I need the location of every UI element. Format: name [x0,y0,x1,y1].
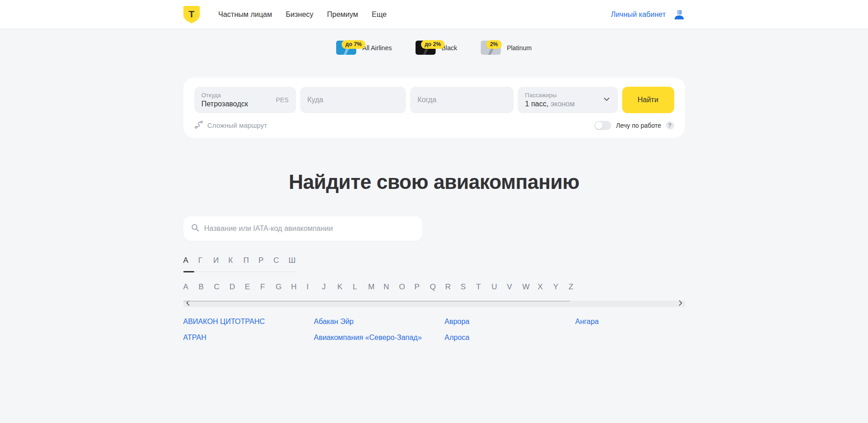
airline-link[interactable]: Авиакомпания «Северо-Запад» [314,333,445,342]
letter-tab-P[interactable]: P [414,282,430,292]
horizontal-scrollbar[interactable] [183,301,685,307]
airline-link[interactable]: Алроса [445,333,576,342]
letter-tab-J[interactable]: J [322,282,338,292]
letter-tab-И[interactable]: И [213,256,229,265]
letter-tab-F[interactable]: F [260,282,275,292]
date-field[interactable]: Когда [410,87,514,113]
complex-route-link[interactable]: Сложный маршрут [194,120,267,131]
airline-search-box [183,216,422,241]
search-icon [191,224,199,234]
card-name-label: Platinum [507,44,531,52]
airline-search-input[interactable] [204,225,415,233]
letter-tab-L[interactable]: L [353,282,368,292]
complex-route-label: Сложный маршрут [208,121,267,129]
flight-search-form: Откуда Петрозаводск PES Куда Когда Пасса… [183,78,685,138]
origin-field[interactable]: Откуда Петрозаводск PES [194,87,296,113]
cashback-badge: до 2% [421,40,445,49]
letter-tab-S[interactable]: S [461,282,476,292]
letter-tab-Г[interactable]: Г [198,256,213,265]
svg-text:T: T [188,9,194,19]
mini-card-wrap: до 2% [416,41,436,55]
nav-item-3[interactable]: Премиум [327,10,358,19]
latin-letter-tabs: ABCDEFGHIJKLMNOPQRSTUVWXYZ [183,282,685,292]
letter-tab-Ш[interactable]: Ш [289,256,304,265]
cashback-badge: 2% [486,40,501,49]
work-trip-label: Лечу по работе [616,122,661,129]
letter-tab-Q[interactable]: Q [430,282,445,292]
letter-tab-X[interactable]: X [538,282,553,292]
nav-item-2[interactable]: Бизнесу [286,10,314,19]
scrollbar-thumb[interactable] [183,301,570,302]
letter-tab-С[interactable]: С [274,256,289,265]
origin-value: Петрозаводск [202,100,272,108]
top-nav-bar: T Частным лицамБизнесуПремиумЕще Личный … [0,0,868,29]
letter-tab-К[interactable]: К [229,256,244,265]
user-icon[interactable] [673,9,685,21]
letter-tab-O[interactable]: O [399,282,415,292]
letter-tab-Z[interactable]: Z [568,282,584,292]
letter-tab-H[interactable]: H [291,282,307,292]
airline-link[interactable]: АТРАН [183,333,314,342]
letter-tab-G[interactable]: G [275,282,291,292]
letter-tab-V[interactable]: V [507,282,522,292]
letter-tab-T[interactable]: T [476,282,492,292]
cashback-badge: до 7% [342,40,365,49]
airline-link[interactable]: Абакан Эйр [314,317,445,326]
mini-card-wrap: до 7% [336,41,356,55]
destination-field[interactable]: Куда [300,87,406,113]
passengers-label: Пассажиры [525,92,599,99]
work-trip-toggle[interactable] [594,121,611,130]
account-link[interactable]: Личный кабинет [611,10,665,19]
origin-airport-code: PES [276,96,289,104]
destination-placeholder: Куда [307,96,323,104]
date-placeholder: Когда [417,96,437,104]
airline-link[interactable]: Ангара [575,317,706,326]
nav-item-4[interactable]: Еще [372,10,387,19]
tbank-logo-icon[interactable]: T [183,6,200,23]
airlines-grid: АВИАКОН ЦИТОТРАНСАбакан ЭйрАврораАнгараА… [183,317,685,342]
scroll-right-icon[interactable] [678,300,683,308]
letter-tab-I[interactable]: I [307,282,322,292]
card-name-label: All Airlines [362,44,392,52]
airline-link[interactable]: Аврора [445,317,576,326]
route-icon [194,120,203,131]
letter-tab-Р[interactable]: Р [259,256,274,265]
toggle-knob [595,122,603,129]
airline-link[interactable]: АВИАКОН ЦИТОТРАНС [183,317,314,326]
letter-tab-E[interactable]: E [245,282,260,292]
letter-tab-Y[interactable]: Y [553,282,569,292]
letter-tab-A[interactable]: A [183,282,199,292]
help-icon[interactable]: ? [666,121,674,130]
letter-tab-D[interactable]: D [229,282,245,292]
letter-tab-indicator [183,271,194,272]
nav-item-1[interactable]: Частным лицам [218,10,272,19]
passengers-value: 1 пасс, эконом [525,100,599,108]
passengers-field[interactable]: Пассажиры 1 пасс, эконом [518,87,618,113]
letter-tab-M[interactable]: M [368,282,384,292]
cashback-card-item: до 2%Black [416,38,457,55]
cards-banner: до 7%All Airlinesдо 2%Black2%Platinum [0,38,868,57]
origin-label: Откуда [202,92,272,99]
mini-card-wrap: 2% [481,41,501,55]
letter-tab-R[interactable]: R [445,282,461,292]
letter-tab-N[interactable]: N [384,282,399,292]
letter-tab-C[interactable]: C [214,282,229,292]
page-title: Найдите свою авиакомпанию [0,171,868,193]
letter-tab-А[interactable]: А [183,256,198,265]
letter-tab-U[interactable]: U [491,282,507,292]
chevron-down-icon [603,95,611,105]
search-flights-button[interactable]: Найти [622,87,674,113]
main-nav: Частным лицамБизнесуПремиумЕще [218,10,387,19]
letter-tabs-track [183,271,297,272]
cyrillic-letter-tabs: АГИКПРСШ [183,256,685,265]
letter-tab-W[interactable]: W [522,282,538,292]
cashback-card-item: 2%Platinum [481,38,531,55]
letter-tab-B[interactable]: B [198,282,214,292]
letter-tab-П[interactable]: П [244,256,259,265]
letter-tab-K[interactable]: K [337,282,353,292]
cashback-card-item: до 7%All Airlines [336,38,392,55]
